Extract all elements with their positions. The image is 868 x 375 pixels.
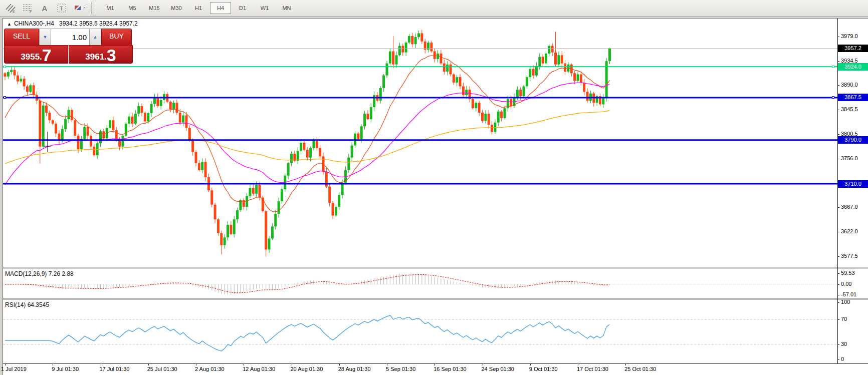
timeframe-button-w1[interactable]: W1 — [254, 2, 275, 14]
pane-separator — [3, 363, 868, 364]
time-axis-label: 9 Jul 01:30 — [52, 366, 79, 372]
price-tick — [837, 110, 839, 110]
ask-price[interactable]: 3961.3 — [69, 45, 133, 64]
time-tick — [530, 364, 531, 365]
time-tick — [435, 364, 435, 365]
time-axis-label: 25 Jul 01:30 — [147, 366, 177, 372]
time-axis-label: 20 Aug 01:30 — [291, 366, 323, 372]
time-axis-label: 9 Oct 01:30 — [529, 366, 558, 372]
ask-big-digit: 3 — [107, 48, 116, 63]
chart-collapse-icon[interactable]: ▲ — [7, 22, 12, 27]
time-tick — [196, 364, 196, 365]
rsi-tick-label: 0 — [841, 356, 844, 362]
price-tick-label: 3622.0 — [841, 228, 858, 234]
macd-label: MACD(12,26,9) — [5, 270, 47, 277]
rsi-tick-label: 30 — [841, 341, 847, 347]
price-tick-label: 3890.0 — [841, 82, 858, 88]
line-handle[interactable] — [832, 96, 834, 99]
text-label-icon[interactable]: T — [55, 2, 68, 14]
price-tick — [837, 159, 839, 159]
time-axis-label: 25 Oct 01:30 — [624, 366, 656, 372]
price-badge-3924: 3924.0 — [838, 63, 868, 71]
time-axis-label: 2 Aug 01:30 — [195, 366, 225, 372]
time-tick — [578, 364, 578, 365]
macd-tick-label: 59.53 — [841, 270, 855, 276]
timeframe-button-m1[interactable]: M1 — [100, 2, 121, 14]
pane-separator — [3, 298, 868, 298]
rsi-tick — [837, 344, 839, 345]
price-tick — [837, 85, 839, 86]
time-tick — [625, 364, 626, 365]
price-tick — [837, 61, 839, 62]
text-icon[interactable]: A — [38, 2, 51, 14]
rsi-value: 64.3545 — [28, 301, 49, 308]
price-tick-label: 3800.5 — [841, 131, 858, 137]
time-axis-label: 24 Sep 01:30 — [482, 366, 514, 372]
time-axis-label: 16 Sep 01:30 — [433, 366, 466, 372]
pane-separator — [3, 267, 868, 267]
time-tick — [101, 364, 101, 365]
timeframe-button-m5[interactable]: M5 — [122, 2, 143, 14]
timeframe-group: M1M5M15M30H1H4D1W1MN — [99, 2, 298, 14]
macd-tick — [837, 295, 839, 295]
bid-int: 3955. — [21, 52, 42, 63]
price-tick — [837, 256, 839, 257]
rsi-header: RSI(14) 64.3545 — [5, 301, 49, 308]
line-handle[interactable] — [832, 66, 834, 68]
macd-pane[interactable] — [3, 268, 837, 298]
timeframe-button-mn[interactable]: MN — [276, 2, 297, 14]
line-handle[interactable] — [4, 96, 6, 99]
rsi-pane[interactable] — [3, 299, 837, 363]
bid-price[interactable]: 3955.7 — [4, 45, 68, 64]
svg-text:T: T — [60, 6, 63, 12]
volume-decrease-button[interactable]: ▼ — [39, 29, 51, 46]
bid-big-digit: 7 — [42, 48, 52, 63]
timeframe-button-m30[interactable]: M30 — [166, 2, 187, 14]
ask-int: 3961. — [85, 52, 107, 63]
price-badge-3710: 3710.0 — [838, 180, 868, 188]
line-handle[interactable] — [4, 66, 6, 68]
macd-tick-label: 0.00 — [841, 281, 851, 287]
toolbar: E F A T M1M5M15M30H1H4D1W1MN — [0, 0, 868, 17]
timeframe-button-d1[interactable]: D1 — [232, 2, 253, 14]
price-tick-label: 3845.5 — [841, 106, 858, 112]
macd-tick — [837, 273, 839, 274]
sell-button[interactable]: SELL — [4, 29, 39, 46]
macd-values: 7.26 2.88 — [49, 270, 74, 277]
pane-separator — [3, 299, 868, 299]
arrows-icon[interactable] — [72, 2, 85, 14]
buy-button[interactable]: BUY — [101, 29, 132, 46]
equidistant-channel-icon[interactable]: E — [4, 2, 17, 14]
time-tick — [5, 364, 6, 365]
time-axis-label: 1 Jul 2019 — [1, 366, 27, 372]
timeframe-button-m15[interactable]: M15 — [144, 2, 165, 14]
time-tick — [339, 364, 340, 365]
svg-text:E: E — [13, 10, 15, 14]
pane-separator — [3, 268, 868, 268]
rsi-tick — [837, 302, 839, 303]
volume-input[interactable]: 1.00 — [51, 29, 89, 46]
fibonacci-retracement-icon[interactable]: F — [21, 2, 34, 14]
price-tick-label: 3979.0 — [841, 33, 858, 39]
timeframe-button-h1[interactable]: H1 — [188, 2, 209, 14]
price-tick-label: 3667.0 — [841, 204, 858, 210]
macd-canvas — [3, 268, 837, 298]
rsi-label: RSI(14) — [5, 301, 26, 308]
time-tick — [244, 364, 244, 365]
time-tick — [483, 364, 483, 365]
macd-header: MACD(12,26,9) 7.26 2.88 — [5, 270, 74, 277]
price-badge-3790: 3790.0 — [838, 136, 868, 144]
time-tick — [387, 364, 387, 365]
time-axis-label: 28 Aug 01:30 — [338, 366, 371, 372]
rsi-tick-label: 100 — [841, 299, 850, 305]
volume-increase-button[interactable]: ▲ — [89, 29, 101, 46]
time-tick — [148, 364, 149, 365]
macd-tick — [837, 284, 839, 285]
one-click-trading-panel: SELL ▼ 1.00 ▲ BUY 3955.7 3961.3 — [4, 29, 133, 64]
rsi-tick — [837, 319, 839, 320]
time-axis-label: 5 Sep 01:30 — [386, 366, 415, 372]
svg-text:F: F — [30, 10, 32, 14]
price-tick — [837, 37, 839, 37]
time-axis-label: 12 Aug 01:30 — [243, 366, 275, 372]
timeframe-button-h4[interactable]: H4 — [210, 2, 231, 14]
